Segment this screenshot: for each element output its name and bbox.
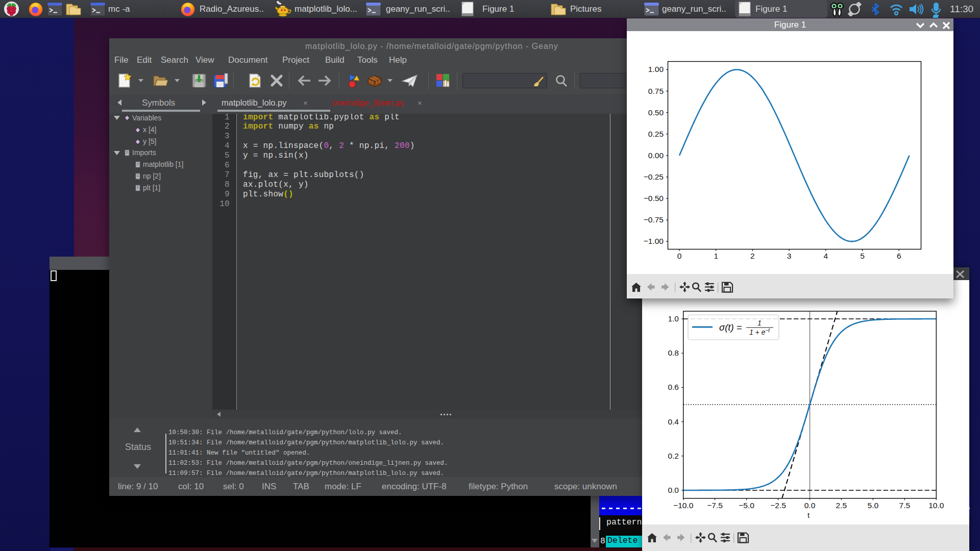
svg-text:0.2: 0.2 (668, 452, 679, 460)
svg-text:1.0: 1.0 (668, 314, 679, 323)
svg-text:0.50: 0.50 (648, 108, 664, 117)
svg-text:3: 3 (787, 252, 792, 260)
svg-text:−5.0: −5.0 (739, 501, 754, 510)
svg-text:0.4: 0.4 (668, 417, 679, 426)
svg-text:1.00: 1.00 (648, 65, 664, 73)
svg-text:2.5: 2.5 (836, 501, 847, 510)
svg-text:0.0: 0.0 (668, 486, 679, 494)
svg-text:10.0: 10.0 (928, 501, 944, 510)
svg-text:0.00: 0.00 (648, 151, 664, 160)
svg-text:−0.25: −0.25 (644, 172, 664, 181)
svg-text:1: 1 (714, 252, 718, 260)
svg-text:t: t (807, 511, 810, 519)
svg-text:0.75: 0.75 (648, 87, 664, 95)
svg-text:−2.5: −2.5 (770, 501, 786, 510)
svg-text:0.0: 0.0 (804, 501, 816, 510)
svg-text:σ(t) =: σ(t) = (719, 322, 742, 333)
svg-text:0: 0 (677, 252, 682, 260)
svg-text:6: 6 (897, 252, 901, 260)
svg-text:−0.50: −0.50 (644, 194, 664, 203)
svg-text:5: 5 (860, 252, 865, 260)
svg-text:0.25: 0.25 (648, 130, 664, 138)
svg-text:−0.75: −0.75 (644, 215, 664, 224)
svg-text:7.5: 7.5 (899, 501, 911, 510)
svg-text:4: 4 (823, 252, 828, 260)
svg-text:−7.5: −7.5 (707, 501, 723, 510)
svg-text:0.6: 0.6 (668, 383, 679, 391)
svg-text:5.0: 5.0 (868, 501, 879, 510)
svg-text:0.8: 0.8 (668, 348, 679, 357)
svg-text:1: 1 (757, 319, 762, 327)
svg-text:−10.0: −10.0 (673, 501, 694, 510)
svg-text:2: 2 (750, 252, 755, 260)
svg-text:−1.00: −1.00 (644, 237, 664, 245)
